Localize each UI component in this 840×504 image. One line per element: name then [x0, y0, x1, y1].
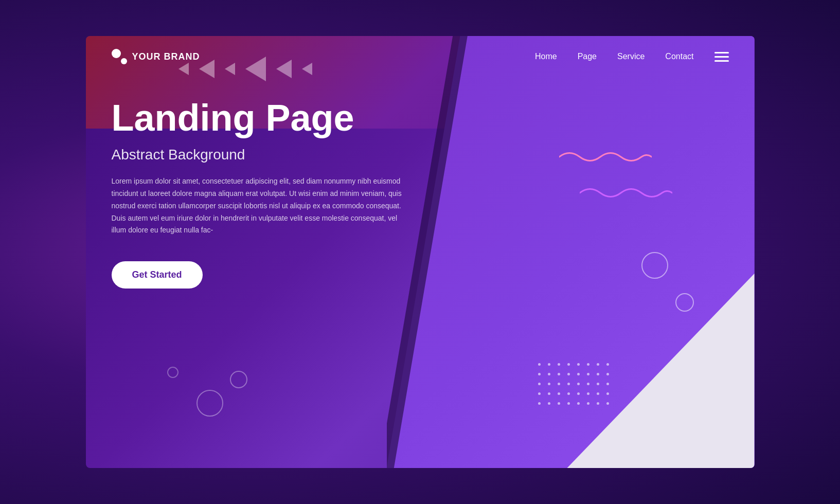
dot [597, 392, 599, 395]
dot [548, 363, 550, 366]
dot [587, 402, 589, 405]
nav-links: Home Page Service Contact [535, 52, 729, 62]
nav-home[interactable]: Home [535, 52, 557, 61]
dot [558, 363, 560, 366]
dot [538, 392, 541, 395]
wavy-line-bottom [580, 185, 672, 201]
hero-subtitle: Abstract Background [112, 147, 410, 163]
dot [577, 373, 580, 375]
dot [558, 402, 560, 405]
hero-content: Landing Page Abstract Background Lorem i… [112, 98, 410, 289]
landing-card: YOUR BRAND Home Page Service Contact Lan… [86, 36, 755, 468]
nav-contact[interactable]: Contact [665, 52, 693, 61]
dot [558, 392, 560, 395]
dots-grid [537, 362, 611, 406]
hamburger-menu[interactable] [714, 52, 729, 62]
cta-button[interactable]: Get Started [112, 261, 203, 289]
hamburger-line-3 [714, 60, 729, 62]
dot [548, 392, 550, 395]
dot [567, 402, 570, 405]
wavy-line-top [559, 149, 652, 165]
hamburger-line-1 [714, 52, 729, 53]
circle-large-right [641, 252, 668, 279]
dot [558, 383, 560, 385]
circle-tiny-bottom [167, 367, 178, 378]
dot [587, 383, 589, 385]
dot [597, 373, 599, 375]
dot [548, 383, 550, 385]
dot [606, 392, 609, 395]
nav-service[interactable]: Service [617, 52, 645, 61]
dot [587, 392, 589, 395]
dot [548, 373, 550, 375]
circle-small-bottom-left [230, 371, 247, 388]
dot [587, 373, 589, 375]
dot [577, 363, 580, 366]
circle-medium-bottom-left [196, 390, 223, 417]
dot [538, 402, 541, 405]
brand-name: YOUR BRAND [132, 51, 200, 62]
dot [538, 383, 541, 385]
dot [567, 383, 570, 385]
dot [587, 363, 589, 366]
dot [538, 373, 541, 375]
dot [567, 373, 570, 375]
brand-icon [112, 49, 127, 64]
dot [597, 402, 599, 405]
dot [577, 383, 580, 385]
dot [606, 383, 609, 385]
dot [606, 373, 609, 375]
hero-body-text: Lorem ipsum dolor sit amet, consectetuer… [112, 175, 410, 237]
circle-small-right [675, 293, 694, 312]
dot [597, 363, 599, 366]
brand-logo: YOUR BRAND [112, 49, 200, 64]
dot [577, 392, 580, 395]
hamburger-line-2 [714, 56, 729, 58]
dot [558, 373, 560, 375]
nav-page[interactable]: Page [578, 52, 597, 61]
navbar: YOUR BRAND Home Page Service Contact [86, 36, 755, 77]
dot [597, 383, 599, 385]
dot [606, 402, 609, 405]
dot [567, 392, 570, 395]
hero-title: Landing Page [112, 98, 410, 138]
dot [577, 402, 580, 405]
dot [538, 363, 541, 366]
dot [606, 363, 609, 366]
dot [567, 363, 570, 366]
dot [548, 402, 550, 405]
